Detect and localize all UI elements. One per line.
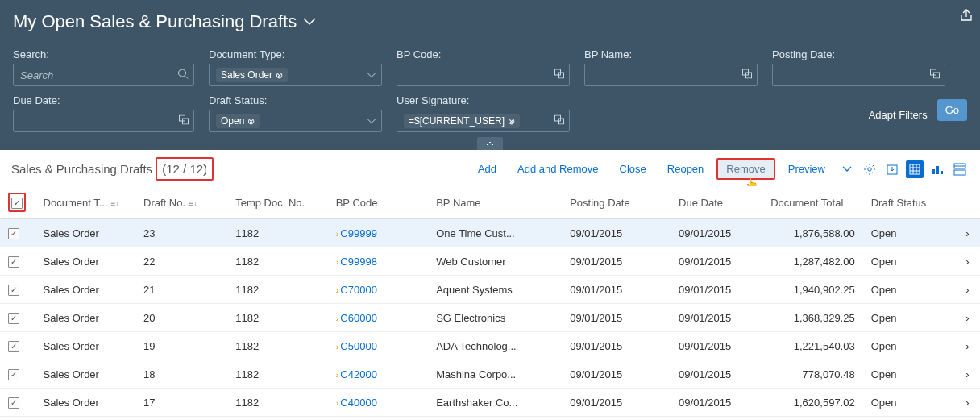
table-row[interactable]: Sales Order221182›C99998Web Customer09/0…: [0, 247, 980, 276]
add-remove-button[interactable]: Add and Remove: [509, 160, 606, 178]
sort-icon[interactable]: ≡↓: [111, 199, 120, 208]
row-checkbox[interactable]: [8, 228, 19, 239]
cell-posting: 09/01/2015: [562, 247, 671, 276]
cell-draft-no: 20: [135, 304, 227, 332]
bp-code-input[interactable]: [397, 64, 570, 86]
adapt-filters-link[interactable]: Adapt Filters: [869, 109, 928, 121]
value-help-icon[interactable]: [930, 69, 940, 81]
split-view-icon[interactable]: [951, 160, 969, 178]
row-nav-icon[interactable]: ›: [955, 360, 980, 389]
clear-token-icon[interactable]: ⊗: [247, 116, 255, 127]
bp-code-link[interactable]: C60000: [340, 312, 377, 324]
row-checkbox[interactable]: [8, 256, 19, 268]
bp-code-link[interactable]: C99998: [340, 256, 377, 268]
posting-date-input[interactable]: [772, 64, 945, 86]
user-sig-input[interactable]: =$[CURRENT_USER]⊗: [397, 110, 570, 132]
chevron-down-icon[interactable]: [367, 69, 376, 81]
value-help-icon[interactable]: [554, 115, 564, 127]
bp-code-link[interactable]: C99999: [340, 227, 377, 239]
bp-code-link[interactable]: C40000: [340, 397, 377, 409]
table-row[interactable]: Sales Order191182›C50000ADA Technolog...…: [0, 332, 980, 360]
posting-date-label: Posting Date:: [772, 48, 945, 60]
nav-arrow-icon[interactable]: ›: [336, 229, 339, 239]
col-due[interactable]: Due Date: [679, 197, 723, 209]
row-checkbox[interactable]: [8, 397, 19, 409]
nav-arrow-icon[interactable]: ›: [336, 285, 339, 295]
table-row[interactable]: Sales Order181182›C42000Mashina Corpo...…: [0, 360, 980, 389]
table-row[interactable]: Sales Order171182›C40000Earthshaker Co..…: [0, 389, 980, 417]
page-title: My Open Sales & Purchasing Drafts: [13, 11, 297, 32]
cell-status: Open: [863, 247, 955, 276]
chart-view-icon[interactable]: [928, 160, 946, 178]
search-input[interactable]: [13, 64, 194, 86]
row-checkbox[interactable]: [8, 341, 19, 352]
clear-token-icon[interactable]: ⊗: [508, 116, 515, 127]
nav-arrow-icon[interactable]: ›: [336, 257, 339, 267]
cell-draft-no: 19: [135, 332, 227, 360]
chevron-down-icon[interactable]: [838, 160, 856, 178]
select-all-checkbox[interactable]: [11, 198, 23, 209]
table-row[interactable]: Sales Order231182›C99999One Time Cust...…: [0, 219, 980, 247]
remove-button[interactable]: Remove👆: [716, 158, 774, 180]
row-nav-icon[interactable]: ›: [955, 276, 980, 304]
settings-icon[interactable]: [861, 160, 878, 178]
col-draft-no[interactable]: Draft No.: [143, 197, 185, 209]
row-nav-icon[interactable]: ›: [955, 304, 980, 332]
clear-token-icon[interactable]: ⊗: [276, 70, 283, 81]
nav-arrow-icon[interactable]: ›: [336, 370, 339, 380]
value-help-icon[interactable]: [554, 69, 564, 81]
cell-due: 09/01/2015: [671, 304, 762, 332]
search-label: Search:: [13, 48, 194, 60]
col-total[interactable]: Document Total: [770, 197, 843, 209]
value-help-icon[interactable]: [742, 69, 752, 81]
due-date-input[interactable]: [13, 110, 194, 132]
nav-arrow-icon[interactable]: ›: [336, 342, 339, 351]
table-row[interactable]: Sales Order211182›C70000Aquent Systems09…: [0, 276, 980, 304]
table-row[interactable]: Sales Order201182›C60000SG Electronics09…: [0, 304, 980, 332]
close-button[interactable]: Close: [612, 160, 654, 178]
bp-name-input[interactable]: [584, 64, 758, 86]
doc-type-select[interactable]: Sales Order⊗: [209, 64, 382, 86]
search-icon[interactable]: [177, 69, 189, 82]
cell-total: 1,287,482.00: [762, 247, 863, 276]
cell-total: 1,620,597.02: [762, 389, 863, 417]
export-icon[interactable]: [883, 160, 901, 178]
cell-due: 09/01/2015: [671, 389, 762, 417]
row-checkbox[interactable]: [8, 369, 19, 380]
value-help-icon[interactable]: [179, 115, 189, 127]
bp-code-link[interactable]: C70000: [340, 284, 377, 296]
row-nav-icon[interactable]: ›: [955, 247, 980, 276]
col-bp-code[interactable]: BP Code: [336, 197, 378, 209]
sort-icon[interactable]: ≡↓: [189, 199, 197, 208]
nav-arrow-icon[interactable]: ›: [336, 398, 339, 408]
row-nav-icon[interactable]: ›: [955, 389, 980, 417]
row-nav-icon[interactable]: ›: [955, 219, 980, 247]
col-status[interactable]: Draft Status: [871, 197, 927, 209]
col-temp-doc[interactable]: Temp Doc. No.: [235, 197, 305, 209]
preview-button[interactable]: Preview: [780, 160, 833, 178]
table-view-icon[interactable]: [906, 160, 924, 178]
bp-code-link[interactable]: C50000: [340, 340, 377, 352]
cell-status: Open: [863, 304, 955, 332]
col-posting[interactable]: Posting Date: [570, 197, 629, 209]
row-checkbox[interactable]: [8, 285, 19, 296]
col-doc-type[interactable]: Document T...: [44, 197, 108, 209]
cell-draft-no: 23: [135, 219, 227, 247]
variant-dropdown-icon[interactable]: [303, 16, 316, 28]
cell-temp-doc: 1182: [227, 304, 328, 332]
draft-status-select[interactable]: Open⊗: [209, 110, 382, 132]
go-button[interactable]: Go: [937, 99, 967, 121]
row-nav-icon[interactable]: ›: [955, 332, 980, 360]
chevron-down-icon[interactable]: [367, 115, 376, 127]
bp-code-link[interactable]: C42000: [340, 368, 377, 380]
add-button[interactable]: Add: [470, 160, 505, 178]
collapse-filters-handle[interactable]: [477, 137, 503, 150]
share-icon[interactable]: [959, 8, 974, 25]
col-bp-name[interactable]: BP Name: [436, 197, 480, 209]
drafts-table: Document T...≡↓ Draft No.≡↓ Temp Doc. No…: [0, 186, 980, 417]
row-checkbox[interactable]: [8, 313, 19, 324]
svg-point-0: [179, 69, 186, 77]
list-title: Sales & Purchasing Drafts (12 / 12): [11, 162, 214, 176]
nav-arrow-icon[interactable]: ›: [336, 314, 339, 323]
reopen-button[interactable]: Reopen: [659, 160, 712, 178]
